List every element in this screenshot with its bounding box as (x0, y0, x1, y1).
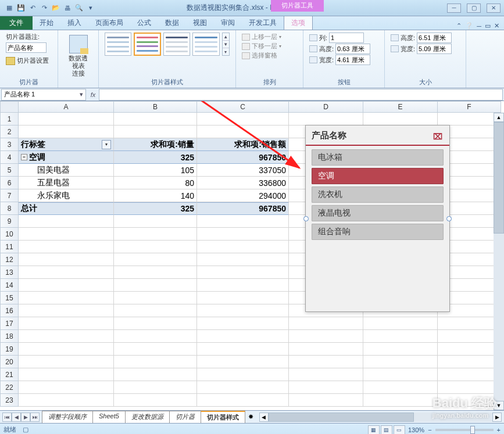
cell[interactable] (114, 253, 197, 266)
cell[interactable] (19, 292, 114, 304)
cell[interactable] (197, 330, 289, 343)
cell[interactable] (438, 317, 501, 330)
cell[interactable] (363, 394, 438, 407)
cell[interactable] (438, 343, 501, 356)
cell[interactable]: 行标签▾ (19, 138, 114, 151)
cell[interactable] (19, 304, 114, 317)
cell[interactable] (289, 113, 363, 125)
cell[interactable] (114, 215, 197, 228)
namebox-dropdown-icon[interactable]: ▾ (80, 91, 83, 98)
qat-dropdown-icon[interactable]: ▾ (86, 3, 95, 13)
row-header[interactable]: 21 (0, 368, 19, 381)
sheet-tab[interactable]: 调整字段顺序 (42, 411, 93, 423)
size-height-input[interactable] (417, 33, 452, 43)
cell[interactable] (114, 279, 197, 292)
col-header-A[interactable]: A (19, 101, 114, 113)
cell[interactable] (197, 266, 289, 279)
cell[interactable]: 140 (114, 189, 197, 202)
col-header-E[interactable]: E (363, 101, 438, 113)
row-header[interactable]: 4 (0, 151, 19, 164)
cell[interactable]: 337050 (197, 164, 289, 177)
sheet-nav-next-icon[interactable]: ▶ (21, 413, 30, 422)
cell[interactable] (363, 381, 438, 394)
row-header[interactable]: 9 (0, 215, 19, 228)
slicer-item[interactable]: 空调 (312, 168, 444, 184)
row-header[interactable]: 14 (0, 279, 19, 292)
cell[interactable] (19, 368, 114, 381)
col-header-C[interactable]: C (197, 101, 289, 113)
cell[interactable] (197, 228, 289, 241)
cell[interactable]: 336800 (197, 177, 289, 189)
gallery-more-button[interactable]: ▲▼▾ (222, 33, 230, 56)
normal-view-icon[interactable]: ▦ (368, 425, 380, 435)
doc-minimize-icon[interactable]: ─ (477, 23, 481, 30)
style-thumb-4[interactable] (192, 33, 219, 56)
col-header-B[interactable]: B (114, 101, 197, 113)
cell[interactable] (114, 266, 197, 279)
cell[interactable] (19, 381, 114, 394)
selection-pane-button[interactable]: 选择窗格 (242, 51, 297, 60)
cell[interactable] (114, 368, 197, 381)
zoom-out-icon[interactable]: − (428, 426, 431, 433)
cell[interactable] (438, 356, 501, 368)
row-header[interactable]: 19 (0, 343, 19, 356)
cell[interactable] (363, 356, 438, 368)
minimize-ribbon-icon[interactable]: ⌃ (456, 22, 462, 30)
cell[interactable] (289, 356, 363, 368)
doc-close-icon[interactable]: ✕ (494, 22, 499, 30)
open-icon[interactable]: 📂 (51, 3, 60, 13)
hscroll-left-icon[interactable]: ◀ (259, 413, 269, 422)
slicer-item[interactable]: 电冰箱 (312, 149, 444, 166)
send-backward-button[interactable]: 下移一层▾ (242, 42, 297, 51)
row-header[interactable]: 23 (0, 394, 19, 407)
cell[interactable] (19, 228, 114, 241)
row-header[interactable]: 1 (0, 113, 19, 125)
cell[interactable]: 求和项:销售额 (197, 138, 289, 151)
cell[interactable] (197, 292, 289, 304)
page-layout-view-icon[interactable]: ▤ (381, 425, 392, 435)
row-header[interactable]: 13 (0, 266, 19, 279)
col-header-D[interactable]: D (289, 101, 363, 113)
cell[interactable] (289, 343, 363, 356)
cell[interactable] (114, 113, 197, 125)
cell[interactable] (19, 113, 114, 125)
preview-icon[interactable]: 🔍 (74, 3, 84, 13)
tab-home[interactable]: 开始 (33, 16, 60, 30)
sheet-tab[interactable]: 切片器样式 (201, 411, 245, 423)
pivot-connections-button[interactable]: 数据透视表 连接 (64, 33, 92, 80)
tab-options[interactable]: 选项 (284, 16, 313, 30)
fx-button[interactable]: fx (87, 91, 99, 98)
cell[interactable] (197, 343, 289, 356)
row-labels-filter-icon[interactable]: ▾ (102, 140, 111, 149)
row-header[interactable]: 18 (0, 330, 19, 343)
cell[interactable] (363, 317, 438, 330)
cell[interactable] (114, 241, 197, 253)
row-header[interactable]: 16 (0, 304, 19, 317)
row-header[interactable]: 22 (0, 381, 19, 394)
bring-forward-button[interactable]: 上移一层▾ (242, 33, 297, 41)
sheet-nav-last-icon[interactable]: ⏭ (30, 413, 40, 422)
new-sheet-icon[interactable]: ✸ (245, 413, 257, 421)
cell[interactable] (197, 215, 289, 228)
cell[interactable] (438, 330, 501, 343)
cell[interactable] (114, 228, 197, 241)
cell[interactable] (363, 113, 438, 125)
cell[interactable] (438, 381, 501, 394)
tab-layout[interactable]: 页面布局 (88, 16, 130, 30)
zoom-in-icon[interactable]: + (497, 426, 501, 433)
cell[interactable]: 总计 (19, 202, 114, 215)
minimize-button[interactable]: ─ (447, 3, 461, 13)
slicer-item[interactable]: 组合音响 (312, 224, 444, 240)
tab-formulas[interactable]: 公式 (130, 16, 158, 30)
print-icon[interactable]: 🖶 (63, 3, 72, 13)
cell[interactable] (438, 368, 501, 381)
cell[interactable]: 294000 (197, 189, 289, 202)
maximize-button[interactable]: ▢ (467, 3, 481, 13)
size-width-input[interactable] (417, 44, 452, 54)
cell[interactable]: −空调 (19, 151, 114, 164)
zoom-slider[interactable] (435, 429, 494, 431)
doc-restore-icon[interactable]: ▭ (485, 22, 491, 30)
cell[interactable] (289, 330, 363, 343)
macro-record-icon[interactable]: ▢ (23, 426, 28, 433)
row-header[interactable]: 17 (0, 317, 19, 330)
